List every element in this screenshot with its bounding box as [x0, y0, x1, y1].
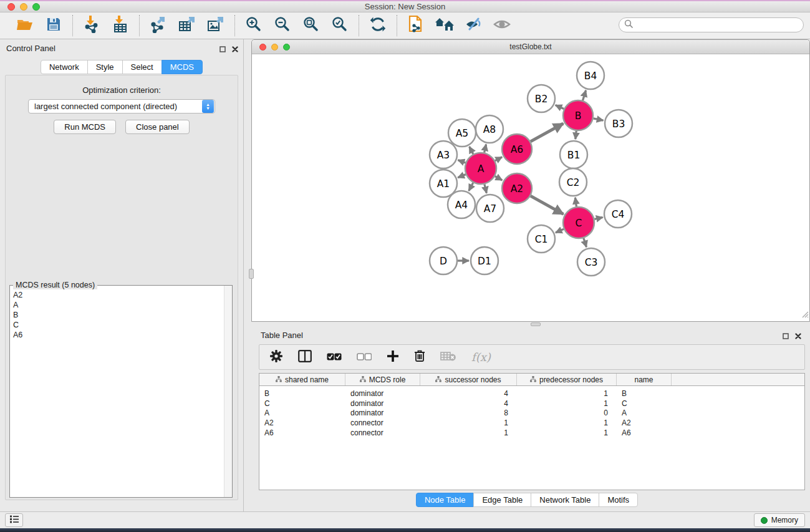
run-mcds-button[interactable]: Run MCDS [54, 120, 116, 134]
table-row[interactable]: Bdominator41B [259, 389, 804, 399]
graph-edge-A-A5[interactable] [470, 147, 473, 154]
table-row[interactable]: A6connector11A6 [259, 428, 804, 438]
table-cell[interactable]: 1 [517, 389, 617, 398]
graph-edge-A2-C[interactable] [531, 196, 564, 214]
table-cell[interactable]: 1 [517, 399, 617, 408]
graph-edge-B-B3[interactable] [594, 118, 604, 120]
result-scrollbar[interactable] [224, 286, 232, 497]
table-cell[interactable]: 8 [420, 409, 517, 417]
tab-network[interactable]: Network [41, 60, 88, 74]
close-panel-button[interactable]: Close panel [125, 120, 190, 134]
graph-node-C2[interactable]: C2 [559, 168, 587, 196]
hide-elements-button[interactable] [463, 16, 483, 36]
table-cell[interactable]: A [617, 409, 672, 417]
table-settings-button[interactable] [269, 349, 283, 365]
table-cell[interactable]: A [259, 409, 345, 417]
graph-edge-B-B2[interactable] [556, 105, 564, 109]
result-list-item[interactable]: A6 [10, 330, 232, 340]
tab-network-table[interactable]: Network Table [531, 493, 599, 507]
graph-node-C[interactable]: C [563, 207, 594, 238]
search-input[interactable] [636, 21, 798, 30]
table-cell[interactable]: A2 [259, 418, 345, 427]
float-panel-icon[interactable] [219, 44, 226, 55]
graph-edge-C-C2[interactable] [575, 198, 576, 206]
network-from-file-button[interactable] [406, 16, 426, 36]
table-cell[interactable]: 4 [420, 389, 517, 398]
zoom-in-button[interactable] [244, 16, 264, 36]
export-network-button[interactable] [148, 16, 168, 36]
criterion-select[interactable]: largest connected component (directed) ▲… [28, 99, 215, 114]
graph-node-B4[interactable]: B4 [577, 62, 604, 89]
graph-node-A6[interactable]: A6 [502, 134, 532, 164]
tab-edge-table[interactable]: Edge Table [473, 493, 531, 507]
graph-node-A7[interactable]: A7 [476, 195, 504, 222]
network-graph[interactable]: B4B2BB3A5A8A6A3B1AA1C2A2A4A7C4CC1C3DD1 [252, 54, 809, 321]
horizontal-splitter-handle[interactable] [531, 322, 541, 326]
table-cell[interactable]: C [617, 399, 672, 408]
table-cell[interactable]: A6 [617, 428, 672, 437]
export-image-button[interactable] [206, 16, 226, 36]
result-list-item[interactable]: A [10, 300, 232, 310]
graph-edge-B-B1[interactable] [576, 131, 576, 139]
graph-edge-A6-B[interactable] [531, 123, 563, 142]
select-all-button[interactable] [327, 352, 342, 363]
graph-node-A8[interactable]: A8 [476, 115, 503, 143]
import-table-button[interactable] [110, 16, 130, 36]
column-header-MCDS-role[interactable]: MCDS role [345, 374, 420, 385]
graph-node-B2[interactable]: B2 [528, 85, 555, 112]
memory-button[interactable]: Memory [754, 513, 805, 527]
table-row[interactable]: A2connector11A2 [259, 418, 804, 428]
graph-node-A4[interactable]: A4 [448, 191, 475, 218]
graph-node-A[interactable]: A [465, 153, 496, 184]
graph-edge-C-C1[interactable] [556, 229, 564, 233]
refresh-view-button[interactable] [368, 16, 388, 36]
table-close-icon[interactable] [795, 331, 801, 342]
open-session-button[interactable] [15, 16, 35, 36]
table-cell[interactable]: dominator [345, 399, 420, 408]
column-header-predecessor-nodes[interactable]: predecessor nodes [517, 374, 617, 385]
home-button[interactable] [435, 16, 455, 36]
delete-table-button[interactable] [440, 351, 456, 364]
result-list-item[interactable]: B [10, 310, 232, 320]
graph-edge-A-A1[interactable] [458, 175, 466, 178]
table-cell[interactable]: 0 [517, 409, 617, 417]
node-table[interactable]: shared nameMCDS rolesuccessor nodesprede… [259, 373, 805, 490]
column-header-successor-nodes[interactable]: successor nodes [420, 374, 517, 385]
table-cell[interactable]: 1 [420, 428, 517, 437]
table-cell[interactable]: dominator [345, 409, 420, 417]
graph-edge-A-A4[interactable] [469, 183, 473, 191]
zoom-selected-button[interactable] [330, 16, 350, 36]
zoom-fit-button[interactable] [301, 16, 321, 36]
table-cell[interactable]: C [259, 399, 345, 408]
table-cell[interactable]: A2 [617, 418, 672, 427]
graph-edge-B-B4[interactable] [582, 90, 586, 100]
import-network-button[interactable] [82, 16, 102, 36]
graph-node-D[interactable]: D [430, 247, 457, 274]
tab-motifs[interactable]: Motifs [599, 493, 638, 507]
table-cell[interactable]: B [617, 389, 672, 398]
table-cell[interactable]: 1 [517, 418, 617, 427]
graph-node-C1[interactable]: C1 [528, 225, 555, 253]
table-cell[interactable]: dominator [345, 389, 420, 398]
graph-node-A3[interactable]: A3 [430, 141, 457, 168]
zoom-out-button[interactable] [272, 16, 292, 36]
show-elements-button[interactable] [492, 16, 512, 36]
table-cell[interactable]: A6 [259, 428, 345, 437]
table-cell[interactable]: B [259, 389, 345, 398]
graph-node-A2[interactable]: A2 [502, 173, 532, 203]
graph-node-A5[interactable]: A5 [448, 119, 476, 147]
resize-grip-icon[interactable] [800, 309, 809, 321]
tab-node-table[interactable]: Node Table [416, 493, 475, 507]
graph-edge-A-A2[interactable] [495, 177, 503, 180]
vertical-splitter-handle[interactable] [249, 269, 254, 279]
graph-edge-A-A6[interactable] [495, 157, 502, 161]
function-builder-button[interactable]: f(x) [471, 351, 491, 364]
show-columns-button[interactable] [298, 350, 312, 365]
graph-edge-C-C4[interactable] [594, 217, 602, 219]
save-session-button[interactable] [44, 16, 64, 36]
graph-node-D1[interactable]: D1 [471, 247, 498, 274]
column-header-shared-name[interactable]: shared name [259, 374, 345, 385]
graph-node-B3[interactable]: B3 [605, 110, 632, 137]
network-canvas[interactable]: B4B2BB3A5A8A6A3B1AA1C2A2A4A7C4CC1C3DD1 [252, 54, 809, 321]
graph-node-C4[interactable]: C4 [604, 200, 632, 228]
